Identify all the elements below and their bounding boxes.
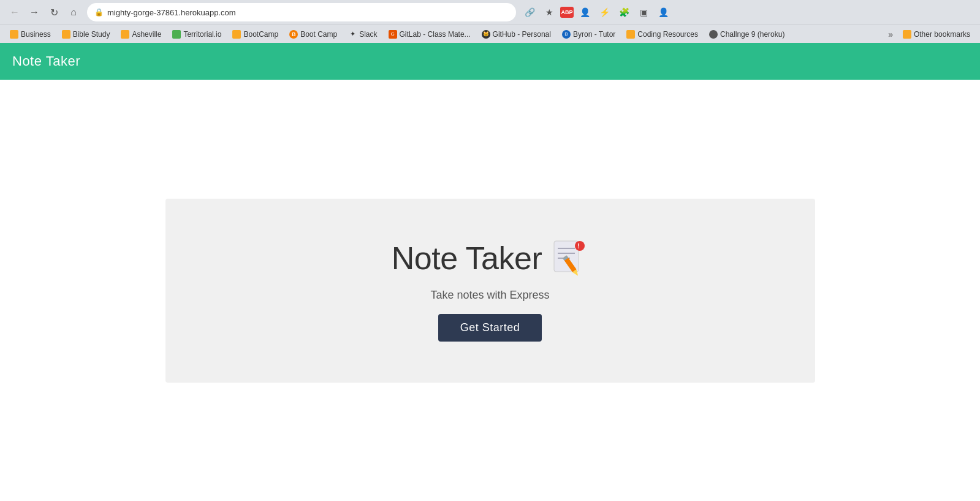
bookmark-label-territorial: Territorial.io <box>183 30 221 39</box>
note-pencil-icon: ! <box>552 240 588 277</box>
puzzle-button[interactable]: 🧩 <box>615 4 632 21</box>
bookmark-label-business: Business <box>21 30 51 39</box>
forward-button[interactable]: → <box>26 4 43 21</box>
bookmark-github[interactable]: 🐱 GitHub - Personal <box>477 28 556 40</box>
nav-buttons: ← → ↻ ⌂ <box>6 4 82 21</box>
bookmark-label-bootcamp: BootCamp <box>243 30 278 39</box>
bookmark-other[interactable]: Other bookmarks <box>898 28 975 40</box>
bookmark-favicon-bootcamp <box>232 30 241 39</box>
bookmark-label-byron-tutor: Byron - Tutor <box>573 30 615 39</box>
bookmark-boot-camp[interactable]: B Boot Camp <box>284 28 342 40</box>
bookmark-favicon-coding-resources <box>626 30 635 39</box>
get-started-button[interactable]: Get Started <box>438 314 542 342</box>
hero-title-row: Note Taker ! <box>392 240 589 277</box>
svg-text:!: ! <box>577 243 579 250</box>
hero-subtitle: Take notes with Express <box>430 289 549 302</box>
bookmark-asheville[interactable]: Asheville <box>116 28 166 40</box>
bookmark-favicon-bible-study <box>62 30 70 39</box>
bookmark-bible-study[interactable]: Bible Study <box>57 28 115 40</box>
profile-button[interactable]: 👤 <box>576 4 593 21</box>
app-header: Note Taker <box>0 43 980 80</box>
bookmark-favicon-gitlab: G <box>389 30 397 39</box>
share-button[interactable]: 🔗 <box>521 4 538 21</box>
address-bar[interactable]: 🔒 <box>87 3 516 21</box>
bookmark-label-github: GitHub - Personal <box>493 30 551 39</box>
bookmark-star-button[interactable]: ★ <box>541 4 558 21</box>
toolbar-right: 🔗 ★ ABP 👤 ⚡ 🧩 ▣ 👤 <box>521 4 672 21</box>
browser-chrome: ← → ↻ ⌂ 🔒 🔗 ★ ABP 👤 ⚡ 🧩 ▣ 👤 Business B <box>0 0 980 43</box>
bookmark-byron-tutor[interactable]: B Byron - Tutor <box>557 28 620 40</box>
bookmark-label-asheville: Asheville <box>132 30 161 39</box>
browser-toolbar: ← → ↻ ⌂ 🔒 🔗 ★ ABP 👤 ⚡ 🧩 ▣ 👤 <box>0 0 980 25</box>
bookmark-coding-resources[interactable]: Coding Resources <box>621 28 703 40</box>
bookmark-label-gitlab: GitLab - Class Mate... <box>400 30 471 39</box>
bookmark-favicon-other <box>903 30 911 39</box>
bookmarks-bar: Business Bible Study Asheville Territori… <box>0 25 980 43</box>
bookmark-label-coding-resources: Coding Resources <box>637 30 698 39</box>
home-button[interactable]: ⌂ <box>65 4 82 21</box>
bookmark-favicon-asheville <box>121 30 129 39</box>
bookmark-label-bible-study: Bible Study <box>73 30 110 39</box>
bookmarks-more-button[interactable]: » <box>884 28 897 41</box>
app-header-title: Note Taker <box>12 53 80 69</box>
url-input[interactable] <box>107 8 509 17</box>
bookmark-favicon-challnge <box>709 30 718 39</box>
hero-card: Note Taker ! <box>165 199 815 383</box>
svg-point-4 <box>575 241 585 251</box>
bookmark-label-slack: Slack <box>359 30 377 39</box>
hero-title: Note Taker <box>392 240 542 277</box>
bookmark-bootcamp[interactable]: BootCamp <box>227 28 283 40</box>
bookmark-label-other: Other bookmarks <box>914 30 970 39</box>
window-button[interactable]: ▣ <box>635 4 652 21</box>
extensions-button[interactable]: ⚡ <box>596 4 613 21</box>
account-button[interactable]: 👤 <box>655 4 672 21</box>
bookmark-label-boot-camp: Boot Camp <box>300 30 337 39</box>
bookmark-territorial[interactable]: Territorial.io <box>167 28 226 40</box>
bookmark-favicon-boot-camp: B <box>289 30 298 39</box>
reload-button[interactable]: ↻ <box>45 4 63 21</box>
bookmark-favicon-business <box>10 30 18 39</box>
bookmark-business[interactable]: Business <box>5 28 56 40</box>
lock-icon: 🔒 <box>94 8 104 17</box>
bookmark-favicon-slack: ✦ <box>348 30 357 39</box>
bookmark-label-challnge: Challnge 9 (heroku) <box>720 30 784 39</box>
bookmark-challnge[interactable]: Challnge 9 (heroku) <box>704 28 789 40</box>
back-button[interactable]: ← <box>6 4 23 21</box>
bookmark-favicon-github: 🐱 <box>482 30 490 39</box>
abp-badge[interactable]: ABP <box>560 7 574 18</box>
bookmark-slack[interactable]: ✦ Slack <box>343 28 382 40</box>
bookmark-favicon-byron-tutor: B <box>562 30 571 39</box>
main-content: Note Taker ! <box>0 80 980 501</box>
bookmark-favicon-territorial <box>172 30 181 39</box>
bookmark-gitlab[interactable]: G GitLab - Class Mate... <box>384 28 476 40</box>
